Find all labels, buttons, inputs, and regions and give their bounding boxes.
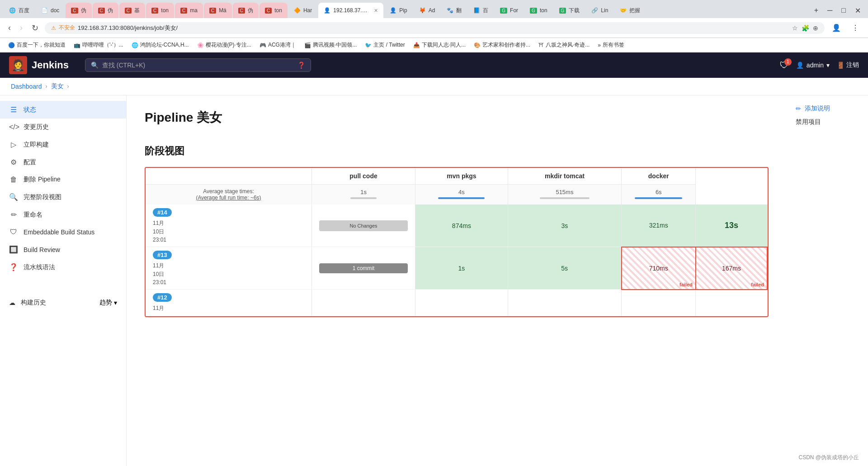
sidebar-item-changes[interactable]: </> 变更历史	[0, 119, 126, 136]
url-bar[interactable]: ⚠ 不安全 192.168.37.130:8080/jenkins/job/美女…	[45, 22, 825, 34]
disable-project-link[interactable]: 禁用项目	[796, 118, 859, 126]
sidebar-item-build[interactable]: ▷ 立即构建	[0, 136, 126, 153]
build-commit-cell-12	[311, 290, 415, 316]
new-tab-button[interactable]: +	[811, 5, 822, 16]
stage-cell-13-mkdir[interactable]: 710ms failed	[622, 247, 696, 290]
tab-ad[interactable]: 🦊 Ad	[414, 3, 441, 18]
sidebar-item-status[interactable]: ☰ 状态	[0, 101, 126, 119]
back-button[interactable]: ‹	[5, 22, 14, 33]
trend-button[interactable]: 趋势 ▾	[99, 299, 117, 307]
stage-cell-14-mkdir[interactable]: 321ms	[622, 204, 696, 247]
search-input[interactable]	[102, 62, 294, 69]
tab-c4[interactable]: C ton	[146, 3, 174, 18]
failed-label-13-mkdir: failed	[679, 282, 693, 287]
sidebar-item-delete[interactable]: 🗑 删除 Pipeline	[0, 171, 126, 188]
add-description-link[interactable]: ✏ 添加说明	[796, 105, 859, 113]
tab-c6[interactable]: C Má	[204, 3, 232, 18]
bookmark-icon-bilibili: 📺	[74, 42, 80, 48]
avg-time-docker: 6s	[622, 185, 696, 205]
tab-translate[interactable]: 🐾 翻	[441, 3, 467, 18]
minimize-button[interactable]: ─	[824, 5, 836, 16]
user-menu[interactable]: 👤 admin ▾	[796, 62, 830, 69]
menu-button[interactable]: ⋮	[848, 22, 863, 34]
stage-cell-13-mvn[interactable]: 5s	[508, 247, 622, 290]
stage-cell-13-docker[interactable]: 167ms failed	[696, 247, 767, 290]
jenkins-logo[interactable]: 🤵 Jenkins	[9, 56, 69, 74]
tab-lin[interactable]: 🔗 Lin	[586, 3, 613, 18]
stage-cell-14-mvn[interactable]: 3s	[508, 204, 622, 247]
bookmark-more[interactable]: » 所有书签	[595, 40, 627, 50]
tab-baidu2[interactable]: 📘 百	[468, 3, 494, 18]
list-icon: ☰	[9, 105, 18, 114]
bookmark-bilibili[interactable]: 📺 哔哩哔哩（'-'）...	[71, 40, 126, 50]
build-info-14: #14 11月 10日 23:01	[153, 208, 304, 243]
tab-download[interactable]: G 下载	[554, 3, 585, 18]
tab-c3[interactable]: C 基	[119, 3, 145, 18]
breadcrumb-home[interactable]: Dashboard	[11, 83, 42, 90]
tab-har[interactable]: 🔶 Har	[288, 3, 317, 18]
extensions-icon[interactable]: 🧩	[802, 24, 809, 32]
main-layout: ☰ 状态 </> 变更历史 ▷ 立即构建 ⚙ 配置 🗑 删除 Pipeline …	[0, 95, 868, 466]
zoom-icon[interactable]: ⊕	[813, 24, 818, 32]
sidebar-item-configure[interactable]: ⚙ 配置	[0, 153, 126, 171]
notification-bell[interactable]: 🛡 1	[780, 60, 789, 71]
user-icon: 👤	[796, 62, 804, 69]
tab-baidu[interactable]: 🌐 百度	[4, 3, 35, 18]
logout-button[interactable]: 🚪 注销	[837, 61, 859, 69]
tab-c7[interactable]: C 伪	[233, 3, 259, 18]
build-history-section[interactable]: ☁ 构建历史 趋势 ▾	[0, 294, 126, 311]
tab-doc[interactable]: 📄 doc	[36, 3, 65, 18]
failed-label-13-docker: failed	[751, 282, 764, 287]
bookmark-icon[interactable]: ☆	[792, 24, 798, 32]
tab-active[interactable]: 👤 192.168.37.130:8... ✕	[318, 3, 383, 18]
add-description-label: 添加说明	[805, 105, 830, 113]
maximize-button[interactable]: □	[838, 5, 849, 16]
build-row-14: #14 11月 10日 23:01 No Changes 874ms 3s	[146, 204, 767, 247]
bookmark-tencent[interactable]: 🎬 腾讯视频·中国领...	[302, 40, 359, 50]
tab-c2[interactable]: C 伪	[93, 3, 118, 18]
stage-view-title: 阶段视图	[145, 144, 769, 158]
jenkins-search: 🔍 ❓	[85, 58, 311, 72]
tab-ton[interactable]: G ton	[524, 3, 552, 18]
stage-cell-12-pull	[415, 290, 508, 316]
forward-button[interactable]: ›	[17, 22, 25, 33]
build-badge-14[interactable]: #14	[153, 208, 172, 217]
sidebar-item-pipeline-syntax[interactable]: ❓ 流水线语法	[0, 258, 126, 276]
jenkins-search-box[interactable]: 🔍 ❓	[85, 58, 311, 72]
account-button[interactable]: 👤	[828, 22, 844, 34]
bookmark-baidu[interactable]: 🔵 百度一下，你就知道	[5, 40, 68, 50]
tab-hold[interactable]: 🤝 把握	[614, 3, 646, 18]
build-badge-12[interactable]: #12	[153, 293, 172, 302]
tab-for[interactable]: G For	[495, 3, 524, 18]
url-text: 192.168.37.130:8080/jenkins/job/美女/	[78, 24, 178, 32]
bookmark-download[interactable]: 📥 下载同人志·同人...	[410, 40, 468, 50]
sidebar-item-embed-status[interactable]: 🛡 Embeddable Build Status	[0, 223, 126, 241]
bookmark-acg[interactable]: 🎮 ACG港湾｜	[257, 40, 299, 50]
sidebar-item-build-review[interactable]: 🔲 Build Review	[0, 241, 126, 258]
build-badge-13[interactable]: #13	[153, 251, 172, 259]
stage-cell-14-docker[interactable]: 13s	[696, 204, 767, 247]
close-button[interactable]: ✕	[851, 5, 864, 17]
bookmark-twitter[interactable]: 🐦 主页 / Twitter	[362, 40, 407, 50]
avg-bar-2	[540, 197, 589, 199]
tab-pip[interactable]: 👤 Pip	[384, 3, 412, 18]
bookmark-icon-baidu: 🔵	[8, 42, 15, 48]
tab-c5[interactable]: C ma	[175, 3, 203, 18]
breadcrumb-current[interactable]: 美女	[51, 82, 64, 90]
bookmark-honghao[interactable]: 🌐 鸿鹄论坛-CCNA,H...	[129, 40, 192, 50]
sidebar-item-full-stage[interactable]: 🔍 完整阶段视图	[0, 188, 126, 206]
stage-cell-14-pull[interactable]: 874ms	[415, 204, 508, 247]
bookmark-yakumo[interactable]: ⛩ 八坂之神风·奇迹...	[536, 40, 592, 50]
tab-c1[interactable]: C 伪	[66, 3, 91, 18]
tab-close-icon[interactable]: ✕	[374, 8, 378, 14]
sidebar-item-rename[interactable]: ✏ 重命名	[0, 206, 126, 223]
refresh-button[interactable]: ↻	[29, 22, 41, 34]
bookmark-artist[interactable]: 🎨 艺术家和创作者持...	[471, 40, 533, 50]
stage-col-mkdir-tomcat: mkdir tomcat	[508, 168, 622, 185]
tab-c8[interactable]: C ton	[259, 3, 288, 18]
help-icon[interactable]: ❓	[297, 62, 305, 69]
bookmark-icon-sakura: 🌸	[197, 42, 204, 48]
bookmark-sakura[interactable]: 🌸 樱花动漫(P)·专注...	[194, 40, 254, 50]
build-date-14-line3: 23:01	[153, 237, 166, 243]
stage-cell-13-pull[interactable]: 1s	[415, 247, 508, 290]
